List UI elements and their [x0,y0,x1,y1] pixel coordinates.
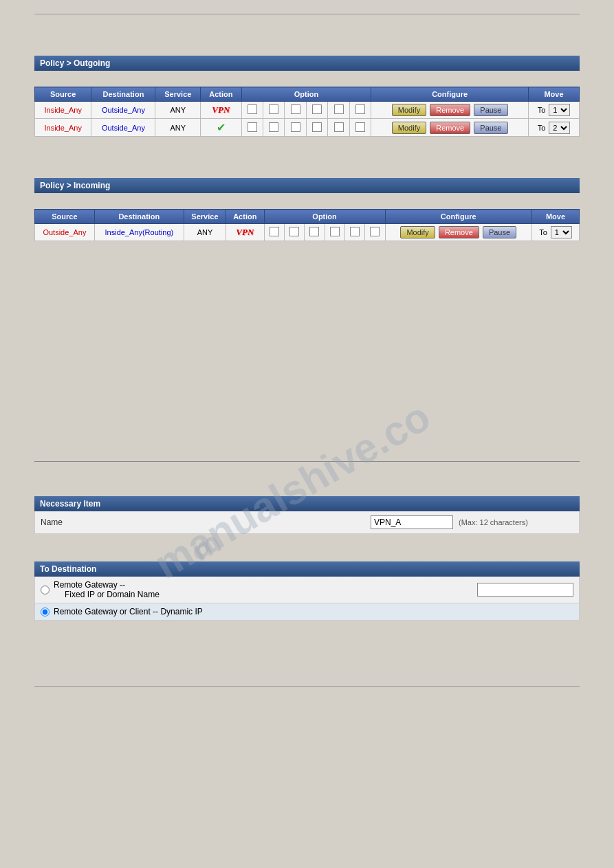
out-row1-pause-btn[interactable]: Pause [474,104,507,116]
out-row1-opt1 [241,102,263,119]
col-configure-in: Configure [385,210,531,224]
out-row2-move: To 1 2 [529,119,580,137]
in-row1-opt1 [264,224,284,241]
col-move-in: Move [531,210,579,224]
in-row1-move-select[interactable]: 1 [551,226,572,238]
out-row1-remove-btn[interactable]: Remove [430,104,470,116]
col-option-in: Option [264,210,385,224]
mid-divider [34,461,580,462]
incoming-title: Policy > Incoming [40,181,110,190]
outgoing-section: Policy > Outgoing Source Destination Ser… [34,56,580,137]
col-option-out: Option [241,87,371,102]
out-row2-opt5 [328,119,349,137]
col-action-out: Action [201,87,241,102]
name-form-row: Name (Max: 12 characters) [34,511,580,534]
in-row1-pause-btn[interactable]: Pause [483,226,516,238]
col-destination-in: Destination [94,210,184,224]
out-row2-remove-btn[interactable]: Remove [430,122,470,134]
out-row1-move-label: To [538,106,546,114]
outgoing-title: Policy > Outgoing [40,58,110,68]
name-input[interactable] [371,515,453,529]
out-row2-dest: Outside_Any [91,119,155,137]
col-source-out: Source [35,87,91,102]
vpn-badge-1: VPN [212,104,230,115]
in-row1-move: To 1 [531,224,579,241]
col-action-in: Action [226,210,264,224]
out-row2-opt2 [263,119,285,137]
radio-row-fixed-ip: Remote Gateway -- Fixed IP or Domain Nam… [34,577,580,603]
in-row1-opt2 [284,224,304,241]
name-label: Name [41,518,371,527]
fixed-ip-radio[interactable] [41,586,50,594]
out-row2-service: ANY [155,119,201,137]
out-row2-opt6 [349,119,371,137]
outgoing-row-1: Inside_Any Outside_Any ANY VPN Modify Re… [35,102,580,119]
radio-row-dynamic-ip: Remote Gateway or Client -- Dynamic IP [34,603,580,621]
out-row1-dest: Outside_Any [91,102,155,119]
incoming-table: Source Destination Service Action Option… [34,209,580,241]
col-move-out: Move [529,87,580,102]
top-divider [34,14,580,14]
in-row1-source: Outside_Any [35,224,95,241]
in-row1-action: VPN [226,224,264,241]
out-row1-opt6 [349,102,371,119]
outgoing-row-2: Inside_Any Outside_Any ANY ✔ Modify Remo… [35,119,580,137]
out-row2-move-select[interactable]: 1 2 [549,122,570,134]
in-row1-opt6 [365,224,385,241]
in-row1-dest: Inside_Any(Routing) [94,224,184,241]
col-configure-out: Configure [371,87,529,102]
outgoing-section-header: Policy > Outgoing [34,56,580,71]
name-hint: (Max: 12 characters) [459,518,528,526]
col-service-out: Service [155,87,201,102]
necessary-item-section: Necessary Item Name (Max: 12 characters) [34,496,580,534]
dynamic-ip-label: Remote Gateway or Client -- Dynamic IP [54,607,203,616]
to-destination-title: To Destination [40,564,96,574]
in-row1-opt4 [325,224,344,241]
fixed-ip-sub-label: Fixed IP or Domain Name [65,590,160,599]
in-row1-service: ANY [184,224,226,241]
bottom-divider [34,686,580,687]
in-row1-opt5 [344,224,364,241]
out-row1-move-select[interactable]: 1 2 [549,104,570,116]
out-row2-move-label: To [538,124,546,132]
out-row1-source: Inside_Any [35,102,91,119]
out-row2-opt1 [241,119,263,137]
out-row2-opt4 [306,119,327,137]
in-row1-move-label: To [539,228,547,236]
out-row2-modify-btn[interactable]: Modify [392,122,426,134]
out-row1-opt4 [306,102,327,119]
out-row1-opt5 [328,102,349,119]
incoming-section: Policy > Incoming Source Destination Ser… [34,178,580,241]
dynamic-ip-radio[interactable] [41,608,50,616]
fixed-ip-main-label: Remote Gateway -- [54,580,125,590]
out-row1-opt3 [285,102,306,119]
to-destination-header: To Destination [34,561,580,577]
in-row1-modify-btn[interactable]: Modify [400,226,435,238]
necessary-item-header: Necessary Item [34,496,580,511]
check-mark-1: ✔ [217,122,226,133]
out-row1-opt2 [263,102,285,119]
out-row1-configure: Modify Remove Pause [371,102,529,119]
to-destination-section: To Destination Remote Gateway -- Fixed I… [34,561,580,621]
vpn-badge-2: VPN [236,227,254,237]
in-row1-configure: Modify Remove Pause [385,224,531,241]
out-row1-service: ANY [155,102,201,119]
out-row2-opt3 [285,119,306,137]
col-service-in: Service [184,210,226,224]
incoming-row-1: Outside_Any Inside_Any(Routing) ANY VPN … [35,224,580,241]
fixed-ip-label: Remote Gateway -- Fixed IP or Domain Nam… [54,580,160,599]
out-row2-pause-btn[interactable]: Pause [474,122,507,134]
incoming-section-header: Policy > Incoming [34,178,580,193]
outgoing-table: Source Destination Service Action Option… [34,87,580,137]
out-row1-move: To 1 2 [529,102,580,119]
fixed-ip-input[interactable] [477,583,573,597]
out-row2-action: ✔ [201,119,241,137]
out-row1-modify-btn[interactable]: Modify [392,104,426,116]
col-source-in: Source [35,210,95,224]
in-row1-opt3 [305,224,325,241]
out-row2-configure: Modify Remove Pause [371,119,529,137]
col-destination-out: Destination [91,87,155,102]
out-row1-action: VPN [201,102,241,119]
out-row2-source: Inside_Any [35,119,91,137]
in-row1-remove-btn[interactable]: Remove [439,226,479,238]
